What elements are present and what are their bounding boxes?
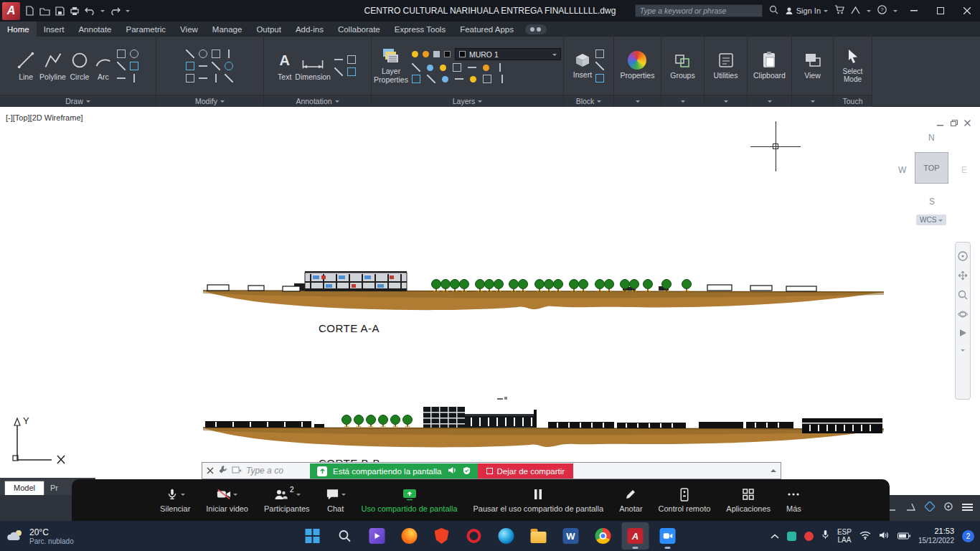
circle-tool[interactable]: Circle: [70, 50, 90, 82]
osnap-icon[interactable]: [925, 501, 935, 514]
qat-dropdown-icon[interactable]: [126, 10, 130, 14]
tab-output[interactable]: Output: [249, 22, 288, 37]
dimension-tool[interactable]: Dimension: [295, 50, 331, 82]
app-icon-file-explorer[interactable]: [525, 522, 552, 550]
tab-collaborate[interactable]: Collaborate: [331, 22, 387, 37]
taskbar-clock[interactable]: 21:53 15/12/2022: [918, 527, 954, 545]
modify-panel-footer[interactable]: Modify: [156, 95, 263, 107]
participants-options-icon[interactable]: [296, 494, 301, 498]
new-file-icon[interactable]: [24, 6, 34, 16]
annotation-panel-footer[interactable]: Annotation: [264, 95, 371, 107]
chat-button[interactable]: Chat: [318, 487, 354, 513]
trim-tool-icon[interactable]: [212, 50, 220, 58]
redo-icon[interactable]: [110, 6, 121, 15]
help-icon[interactable]: ?: [877, 4, 887, 17]
erase-tool-icon[interactable]: [212, 62, 220, 70]
copy-tool-icon[interactable]: [225, 74, 233, 83]
table-tool-icon[interactable]: [347, 55, 356, 64]
hatch-tool-icon[interactable]: [117, 62, 126, 70]
rectangle-tool-icon[interactable]: [117, 50, 126, 58]
tab-featured-apps[interactable]: Featured Apps: [453, 22, 521, 37]
undo-icon[interactable]: [85, 6, 95, 15]
mute-button[interactable]: Silenciar: [152, 487, 198, 513]
utilities-button[interactable]: Utilities: [714, 51, 738, 80]
tab-insert[interactable]: Insert: [37, 22, 72, 37]
app-icon-video-editor[interactable]: [364, 522, 391, 550]
groups-panel-expand-icon[interactable]: [681, 100, 685, 105]
taskbar-search-button[interactable]: [331, 522, 359, 550]
layers-panel-expand-icon[interactable]: [478, 100, 482, 105]
tray-app-icon-2[interactable]: [804, 532, 814, 541]
autocad-app-menu[interactable]: A: [2, 2, 20, 20]
notification-count-badge[interactable]: 2: [962, 530, 974, 542]
ellipse-tool-icon[interactable]: [130, 50, 138, 58]
layer-prev-icon[interactable]: [498, 75, 507, 83]
groups-panel-footer[interactable]: [661, 95, 704, 107]
language-indicator[interactable]: ESP LAA: [837, 528, 852, 545]
annotate-button[interactable]: Anotar: [611, 487, 650, 513]
video-options-icon[interactable]: [233, 494, 237, 498]
tray-mic-icon[interactable]: [821, 529, 829, 542]
mute-options-icon[interactable]: [181, 494, 185, 498]
layer-on-bulb-icon[interactable]: [412, 51, 418, 57]
help-search-input[interactable]: [635, 4, 763, 17]
layer-isolate-icon[interactable]: [440, 65, 446, 71]
region-tool-icon[interactable]: [130, 62, 138, 70]
app-icon-zoom[interactable]: [654, 522, 682, 550]
start-video-button[interactable]: Iniciar video: [198, 487, 256, 513]
tray-app-icon-1[interactable]: [787, 532, 796, 541]
offset-tool-icon[interactable]: [212, 74, 220, 83]
layer-match-icon[interactable]: [412, 63, 420, 72]
line-tool[interactable]: Line: [16, 50, 36, 82]
chat-options-icon[interactable]: [341, 494, 346, 498]
select-mode-button[interactable]: Select Mode: [837, 48, 869, 83]
tab-annotate[interactable]: Annotate: [71, 22, 118, 37]
block-create-icon[interactable]: [595, 62, 604, 70]
app-icon-opera[interactable]: [461, 522, 488, 550]
tab-express-tools[interactable]: Express Tools: [387, 22, 453, 37]
stop-share-button[interactable]: Dejar de compartir: [478, 463, 574, 479]
maximize-button[interactable]: [930, 3, 951, 19]
cart-icon[interactable]: [834, 4, 844, 17]
block-panel-expand-icon[interactable]: [597, 100, 601, 105]
clipboard-panel-expand-icon[interactable]: [768, 100, 772, 105]
minimize-button[interactable]: [904, 3, 924, 19]
draw-panel-footer[interactable]: Draw: [0, 95, 156, 107]
layer-unlock-icon[interactable]: [496, 63, 504, 72]
app-icon-edge[interactable]: [493, 522, 520, 550]
layer-off-icon[interactable]: [453, 63, 461, 72]
layer-freeze-icon[interactable]: [427, 65, 433, 71]
isolate-icon[interactable]: [943, 501, 953, 514]
tab-model[interactable]: Model: [4, 481, 44, 495]
tab-addins[interactable]: Add-ins: [288, 22, 331, 37]
layer-dropdown-chevron-icon[interactable]: [552, 54, 557, 58]
command-recent-icon[interactable]: [232, 464, 242, 477]
save-icon[interactable]: [55, 6, 65, 16]
more-button[interactable]: Más: [778, 487, 809, 513]
clipboard-panel-footer[interactable]: [748, 95, 791, 107]
modify-panel-expand-icon[interactable]: [220, 100, 225, 105]
layer-freeze-sun-icon[interactable]: [423, 51, 429, 57]
rotate-tool-icon[interactable]: [199, 50, 207, 58]
app-icon-autocad[interactable]: A: [622, 522, 649, 550]
command-history-icon[interactable]: [771, 466, 776, 472]
layer-merge-icon[interactable]: [455, 75, 463, 83]
layer-properties-button[interactable]: Layer Properties: [374, 47, 408, 84]
layer-vpfreeze-icon[interactable]: [442, 76, 448, 83]
tab-manage[interactable]: Manage: [205, 22, 250, 37]
insert-block-button[interactable]: Insert: [573, 52, 592, 80]
app-icon-brave[interactable]: [428, 522, 456, 550]
apps-button[interactable]: Aplicaciones: [718, 487, 778, 513]
participants-button[interactable]: 2 Participantes: [256, 487, 318, 513]
command-customize-wrench-icon[interactable]: [218, 464, 227, 477]
search-icon[interactable]: [769, 4, 778, 17]
layer-state-icon[interactable]: [412, 75, 420, 83]
wifi-icon[interactable]: [859, 529, 871, 542]
groups-button[interactable]: Groups: [670, 51, 694, 80]
text-style-tool-icon[interactable]: [347, 67, 356, 76]
battery-icon[interactable]: [897, 529, 910, 542]
properties-button[interactable]: Properties: [621, 51, 655, 80]
view-panel-expand-icon[interactable]: [811, 100, 815, 105]
layer-thaw-icon[interactable]: [483, 65, 489, 71]
layer-dropdown[interactable]: MURO 1: [455, 48, 561, 60]
